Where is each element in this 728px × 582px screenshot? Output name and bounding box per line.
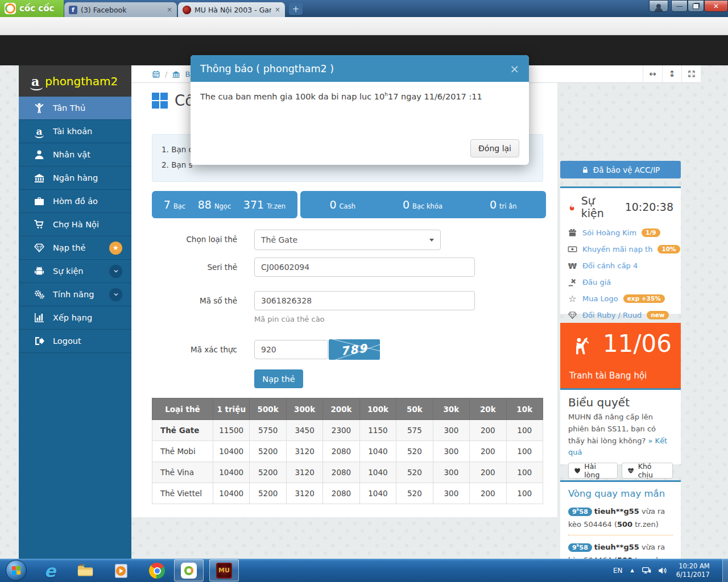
event-link-diamond[interactable]: Đổi Ruby / Ruudnew [568, 307, 673, 323]
event-link-gavel[interactable]: Đấu giá [568, 274, 673, 290]
sidebar-item-hòm-đồ-ảo[interactable]: Hòm đồ ảo [19, 190, 131, 213]
event-label: Đổi Ruby / Ruud [582, 311, 642, 319]
poll-question: MUHN đã nâng cấp lên phiên bản SS11, bạn… [568, 413, 656, 445]
event-banner[interactable]: 11/06 Tranh tài Bang hội [560, 323, 681, 388]
currency-label: Bạc [173, 202, 185, 210]
table-row: Thẻ Mobi10400520031202080104052030020010… [152, 441, 543, 462]
tab-facebook[interactable]: f (3) Facebook × [64, 2, 177, 17]
poll-title: Biểu quyết [568, 396, 673, 409]
start-button[interactable] [6, 560, 27, 581]
entry-time-badge: 9h58 [568, 543, 592, 552]
event-link-money[interactable]: Khuyến mãi nạp th10% [568, 241, 673, 257]
modal-message-text: The cua ban menh gia 100k da bi nap luc … [200, 92, 384, 101]
minimize-button[interactable]: — [671, 0, 688, 12]
card-value-cell: 10400 [213, 462, 250, 483]
card-type-label: Chọn loại thẻ [152, 235, 237, 244]
coccoc-logo-icon [5, 3, 16, 14]
currency-value: 0 [329, 198, 336, 211]
internet-explorer-icon[interactable]: e [41, 562, 59, 580]
poll-like-label: Hài lòng [584, 462, 612, 479]
coccoc-taskbar-button[interactable] [174, 559, 204, 581]
table-header-cell: Loại thẻ [152, 398, 213, 420]
sidebar-menu: Tân ThủaTài khoảnNhân vậtNgân hàngHòm đồ… [19, 97, 131, 559]
sidebar-item-sự-kiện[interactable]: Sự kiện [19, 260, 131, 283]
sidebar-item-chợ-hà-nội[interactable]: Chợ Hà Nội [19, 213, 131, 236]
sidebar-item-tân-thủ[interactable]: Tân Thủ [19, 97, 131, 120]
poll-like-button[interactable]: Hài lòng [568, 463, 618, 479]
tab-close-icon[interactable]: × [167, 6, 172, 14]
gift-icon [568, 228, 577, 238]
event-link-star[interactable]: ☆Mua Logoexp +35% [568, 290, 673, 307]
warrior-icon [572, 335, 592, 356]
new-tab-button[interactable]: + [289, 3, 303, 15]
media-player-icon[interactable] [111, 562, 130, 580]
calendar-icon[interactable] [152, 70, 160, 78]
sidebar-item-label: Tân Thủ [53, 103, 85, 113]
table-header-cell: 200k [323, 398, 359, 420]
resize-horizontal-icon[interactable]: ↔ [643, 65, 662, 82]
recharge-submit-button[interactable]: Nạp thẻ [254, 369, 303, 388]
gavel-icon [568, 277, 577, 287]
card-value-cell: 2080 [323, 483, 359, 504]
modal-close-icon[interactable]: × [510, 63, 519, 74]
close-window-button[interactable]: ✕ [704, 0, 728, 12]
tab-close-icon[interactable]: × [275, 6, 280, 14]
currency-box-main: 7Bạc88Ngọc371Tr.zen [152, 191, 297, 218]
diamond-icon [34, 242, 45, 253]
show-desktop-button[interactable] [722, 559, 728, 582]
sidebar-item-nạp-thẻ[interactable]: Nạp thẻ★ [19, 236, 131, 260]
card-value-cell: 300 [433, 483, 469, 504]
captcha-input[interactable]: 920 [254, 340, 328, 359]
table-header-cell: 500k [250, 398, 286, 420]
event-link-won[interactable]: ₩Đổi cánh cấp 4 [568, 257, 673, 274]
protect-account-button[interactable]: Đã bảo vệ ACC/IP [560, 161, 681, 178]
resize-vertical-icon[interactable]: ↕ [662, 65, 681, 82]
card-type-cell: Thẻ Mobi [152, 441, 213, 462]
select-caret-icon [429, 239, 434, 242]
modal-title: Thông báo ( phongtham2 ) [200, 63, 334, 74]
sidebar-item-xếp-hạng[interactable]: Xếp hạng [19, 306, 131, 330]
currency-value: 88 [198, 198, 212, 211]
card-value-cell: 2300 [323, 420, 359, 441]
poll-dislike-button[interactable]: Khó chịu [622, 463, 673, 479]
lock-icon [581, 166, 589, 174]
volume-icon[interactable] [657, 566, 668, 576]
seri-input[interactable]: CJ00602094 [254, 257, 475, 277]
tab-title: (3) Facebook [81, 6, 163, 14]
event-link-gift[interactable]: Sói Hoàng Kim1/9 [568, 225, 673, 241]
captcha-image[interactable]: 789 [329, 339, 380, 360]
pin-input[interactable]: 3061826328 [254, 291, 475, 310]
card-value-cell: 300 [433, 462, 469, 483]
restore-button[interactable] [688, 0, 704, 12]
file-explorer-icon[interactable] [76, 562, 94, 580]
logout-icon [34, 335, 45, 347]
card-type-cell: Thẻ Viettel [152, 483, 213, 504]
mu-game-taskbar-button[interactable]: MU [209, 559, 239, 581]
sidebar-item-logout[interactable]: Logout [19, 330, 131, 353]
modal-close-button[interactable]: Đóng lại [470, 139, 519, 157]
banner-caption: Tranh tài Bang hội [569, 371, 647, 381]
event-label: Khuyến mãi nạp th [582, 245, 652, 253]
sidebar-item-ngân-hàng[interactable]: Ngân hàng [19, 167, 131, 190]
tab-mu-hanoi[interactable]: MU Hà Nội 2003 - Gameth × [178, 2, 285, 17]
currency-label: Tr.zen [267, 202, 286, 210]
sidebar-item-tài-khoản[interactable]: aTài khoản [19, 120, 131, 143]
event-badge: new [647, 311, 668, 319]
network-icon[interactable] [642, 566, 652, 576]
card-value-cell: 3120 [286, 441, 322, 462]
tray-expand-icon[interactable]: ▲ [631, 568, 634, 573]
sidebar-item-tính-năng[interactable]: Tính năng [19, 283, 131, 306]
table-header-cell: 20k [470, 398, 506, 420]
breadcrumb: / Ba [131, 70, 195, 78]
clock[interactable]: 10:20 AM 6/11/2017 [675, 562, 710, 579]
chrome-icon[interactable] [148, 562, 166, 580]
currency-box-secondary: 0Cash0Bạc khóa0tri ân [300, 191, 546, 218]
card-type-select[interactable]: Thẻ Gate [254, 230, 441, 250]
prize-amount: 500 [617, 520, 632, 529]
language-indicator[interactable]: EN [613, 567, 623, 575]
fullscreen-icon[interactable] [681, 65, 701, 82]
sidebar-item-nhân-vật[interactable]: Nhân vật [19, 143, 131, 167]
currency-label: Ngọc [214, 202, 231, 210]
sidebar-item-label: Ngân hàng [53, 173, 98, 182]
profile-button[interactable] [649, 0, 668, 12]
